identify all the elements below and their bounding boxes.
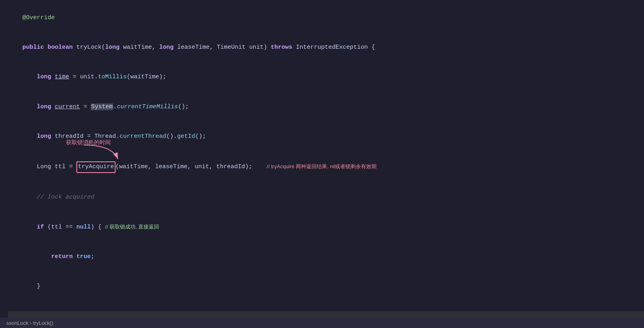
line-3: long threadId = Thread.currentThread().g… (8, 122, 644, 151)
try-acquire-box: tryAcquire (76, 161, 116, 173)
line-override: @Override (8, 3, 644, 33)
line-4: Long ttl = tryAcquire(waitTime, leaseTim… (8, 151, 644, 183)
code-area: @Override public boolean tryLock(long wa… (0, 0, 644, 318)
breadcrumb: ssonLock › tryLock() (6, 320, 53, 326)
line-time: time -= System.currentTimeMillis() - cur… (8, 311, 644, 318)
annotation-override: @Override (22, 14, 55, 21)
line-1: long time = unit.toMillis(waitTime); (8, 63, 644, 92)
line-8: } (8, 272, 644, 301)
status-bar: ssonLock › tryLock() (0, 318, 644, 328)
line-6: if (ttl == null) { // 获取锁成功, 直接返回 (8, 213, 644, 242)
line-blank1 (8, 302, 644, 312)
line-time-wrapper: time -= System.currentTimeMillis() - cur… (8, 311, 644, 318)
line-7: return true; (8, 242, 644, 272)
line-2: long current = System.currentTimeMillis(… (8, 92, 644, 122)
line-5: // lock acquired (8, 183, 644, 213)
line-method-signature: public boolean tryLock(long waitTime, lo… (8, 33, 644, 62)
try-acquire-comment: // tryAcquire 两种返回结果, nil或者锁剩余有效期 (267, 163, 377, 169)
if-ttl-comment: // 获取锁成功, 直接返回 (105, 224, 159, 230)
